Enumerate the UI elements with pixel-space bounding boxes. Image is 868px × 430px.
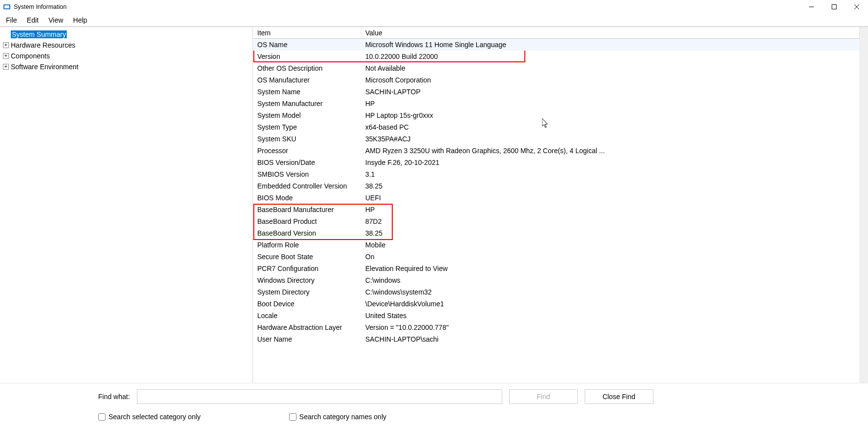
table-row[interactable]: BaseBoard ManufacturerHP: [253, 204, 860, 215]
row-item-value: C:\windows: [361, 276, 860, 284]
column-header-value[interactable]: Value: [361, 27, 860, 39]
row-item-name: Boot Device: [253, 300, 361, 308]
menu-help[interactable]: Help: [68, 14, 92, 26]
table-row[interactable]: SMBIOS Version3.1: [253, 168, 860, 180]
system-information-window: System Information File Edit View Help S…: [0, 0, 868, 430]
row-item-value: Microsoft Corporation: [361, 76, 860, 84]
row-item-name: User Name: [253, 335, 361, 343]
row-item-name: Version: [253, 53, 361, 60]
close-find-button[interactable]: Close Find: [585, 389, 653, 404]
row-item-name: Hardware Abstraction Layer: [253, 323, 361, 331]
row-item-value: Microsoft Windows 11 Home Single Languag…: [361, 41, 860, 49]
row-item-value: 35K35PA#ACJ: [361, 135, 860, 143]
row-item-value: 87D2: [361, 217, 860, 225]
details-grid[interactable]: Item Value OS NameMicrosoft Windows 11 H…: [253, 27, 860, 383]
table-row[interactable]: Version10.0.22000 Build 22000: [253, 51, 860, 62]
table-row[interactable]: System ModelHP Laptop 15s-gr0xxx: [253, 109, 860, 121]
tree-expand-icon[interactable]: +: [3, 53, 9, 59]
row-item-value: Elevation Required to View: [361, 265, 860, 272]
svg-rect-3: [832, 5, 837, 9]
check-label: Search selected category only: [108, 413, 201, 421]
find-input[interactable]: [137, 389, 502, 404]
row-item-value: Version = "10.0.22000.778": [361, 323, 860, 331]
menubar: File Edit View Help: [0, 14, 868, 27]
tree-system-summary[interactable]: System Summary: [1, 29, 251, 40]
minimize-button[interactable]: [800, 0, 823, 14]
tree-item-label: Hardware Resources: [11, 41, 76, 49]
table-row[interactable]: OS ManufacturerMicrosoft Corporation: [253, 74, 860, 86]
window-title-text: System Information: [14, 3, 67, 10]
table-row[interactable]: Secure Boot StateOn: [253, 251, 860, 263]
table-row[interactable]: System SKU35K35PA#ACJ: [253, 133, 860, 145]
table-row[interactable]: PCR7 ConfigurationElevation Required to …: [253, 263, 860, 274]
table-row[interactable]: ProcessorAMD Ryzen 3 3250U with Radeon G…: [253, 145, 860, 157]
row-item-value: Insyde F.26, 20-10-2021: [361, 159, 860, 166]
tree-hardware-resources[interactable]: + Hardware Resources: [1, 40, 251, 51]
table-row[interactable]: BIOS ModeUEFI: [253, 192, 860, 204]
row-item-value: C:\windows\system32: [361, 288, 860, 296]
row-item-name: Secure Boot State: [253, 253, 361, 261]
row-item-name: PCR7 Configuration: [253, 265, 361, 272]
row-item-name: System Type: [253, 123, 361, 131]
row-item-name: BaseBoard Manufacturer: [253, 206, 361, 214]
tree-software-environment[interactable]: + Software Environment: [1, 61, 251, 72]
row-item-name: Processor: [253, 147, 361, 155]
search-selected-only-check[interactable]: Search selected category only: [98, 413, 201, 421]
row-item-name: BaseBoard Version: [253, 229, 361, 237]
row-item-name: OS Name: [253, 41, 361, 49]
table-row[interactable]: BaseBoard Product87D2: [253, 215, 860, 227]
table-row[interactable]: System Typex64-based PC: [253, 121, 860, 133]
maximize-button[interactable]: [823, 0, 845, 14]
tree-expand-icon[interactable]: +: [3, 42, 9, 48]
table-row[interactable]: Boot Device\Device\HarddiskVolume1: [253, 298, 860, 310]
tree-components[interactable]: + Components: [1, 51, 251, 61]
table-row[interactable]: BaseBoard Version38.25: [253, 227, 860, 239]
row-item-value: HP: [361, 100, 860, 108]
tree-item-label: System Summary: [11, 30, 67, 38]
row-item-name: System SKU: [253, 135, 361, 143]
row-item-value: UEFI: [361, 194, 860, 202]
tree-item-label: Software Environment: [11, 63, 79, 71]
tree-expand-icon[interactable]: +: [3, 64, 9, 70]
titlebar[interactable]: System Information: [0, 0, 868, 14]
row-item-value: 38.25: [361, 182, 860, 190]
table-row[interactable]: Platform RoleMobile: [253, 239, 860, 251]
tree-item-label: Components: [11, 52, 50, 60]
checkbox-icon[interactable]: [98, 413, 106, 421]
table-row[interactable]: Embedded Controller Version38.25: [253, 180, 860, 192]
check-label: Search category names only: [299, 413, 386, 421]
table-row[interactable]: User NameSACHIN-LAPTOP\sachi: [253, 333, 860, 345]
menu-edit[interactable]: Edit: [22, 14, 44, 26]
row-item-name: BIOS Mode: [253, 194, 361, 202]
row-item-value: United States: [361, 312, 860, 320]
table-row[interactable]: LocaleUnited States: [253, 310, 860, 322]
tree-pane[interactable]: System Summary + Hardware Resources + Co…: [0, 27, 253, 383]
menu-file[interactable]: File: [1, 14, 22, 26]
find-button[interactable]: Find: [509, 389, 578, 404]
find-label: Find what:: [98, 393, 130, 401]
search-names-only-check[interactable]: Search category names only: [289, 413, 386, 421]
content-area: System Summary + Hardware Resources + Co…: [0, 27, 868, 383]
table-row[interactable]: System ManufacturerHP: [253, 98, 860, 109]
checkbox-icon[interactable]: [289, 413, 297, 421]
row-item-value: AMD Ryzen 3 3250U with Radeon Graphics, …: [361, 147, 860, 155]
table-row[interactable]: OS NameMicrosoft Windows 11 Home Single …: [253, 39, 860, 51]
row-item-value: On: [361, 253, 860, 261]
menu-view[interactable]: View: [44, 14, 68, 26]
column-header-item[interactable]: Item: [253, 27, 361, 39]
row-item-name: System Name: [253, 88, 361, 96]
table-row[interactable]: System NameSACHIN-LAPTOP: [253, 86, 860, 98]
row-item-value: Mobile: [361, 241, 860, 249]
table-row[interactable]: Hardware Abstraction LayerVersion = "10.…: [253, 322, 860, 333]
table-row[interactable]: Other OS DescriptionNot Available: [253, 62, 860, 74]
close-button[interactable]: [845, 0, 868, 14]
table-row[interactable]: System DirectoryC:\windows\system32: [253, 286, 860, 298]
row-item-value: 10.0.22000 Build 22000: [361, 53, 860, 60]
grid-header: Item Value: [253, 27, 860, 39]
row-item-name: Platform Role: [253, 241, 361, 249]
row-item-value: HP Laptop 15s-gr0xxx: [361, 111, 860, 119]
details-pane: Item Value OS NameMicrosoft Windows 11 H…: [253, 27, 868, 383]
table-row[interactable]: Windows DirectoryC:\windows: [253, 274, 860, 286]
vertical-scrollbar[interactable]: [860, 27, 868, 383]
table-row[interactable]: BIOS Version/DateInsyde F.26, 20-10-2021: [253, 157, 860, 168]
